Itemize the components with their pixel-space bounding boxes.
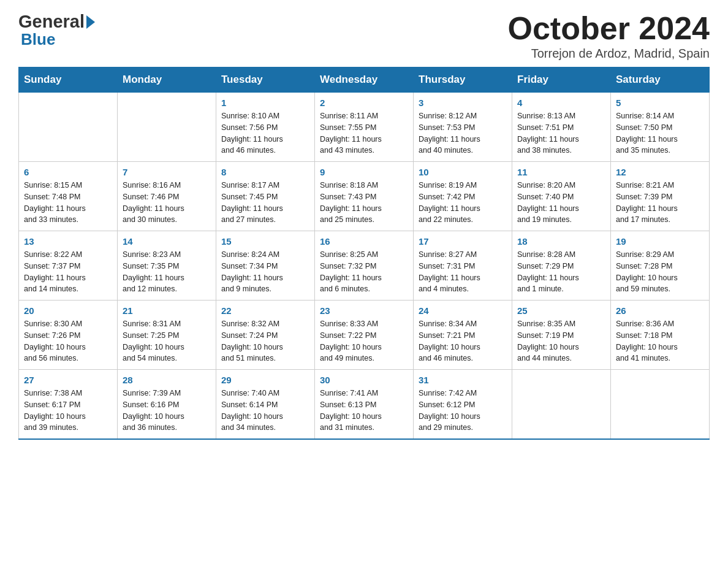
day-number: 14 <box>123 236 211 247</box>
day-number: 11 <box>517 167 605 177</box>
calendar-cell: 13Sunrise: 8:22 AMSunset: 7:37 PMDayligh… <box>19 231 118 301</box>
calendar-cell: 20Sunrise: 8:30 AMSunset: 7:26 PMDayligh… <box>19 301 118 370</box>
day-number: 20 <box>24 305 112 316</box>
day-info: Sunrise: 8:33 AMSunset: 7:22 PMDaylight:… <box>320 318 408 364</box>
day-info: Sunrise: 8:18 AMSunset: 7:43 PMDaylight:… <box>320 180 408 226</box>
calendar-cell: 3Sunrise: 8:12 AMSunset: 7:53 PMDaylight… <box>414 93 512 162</box>
day-info: Sunrise: 8:30 AMSunset: 7:26 PMDaylight:… <box>24 318 112 364</box>
day-number: 29 <box>221 375 309 385</box>
day-info: Sunrise: 8:14 AMSunset: 7:50 PMDaylight:… <box>616 110 704 156</box>
day-number: 16 <box>320 236 408 247</box>
calendar-week-2: 6Sunrise: 8:15 AMSunset: 7:48 PMDaylight… <box>19 162 710 231</box>
calendar-cell: 2Sunrise: 8:11 AMSunset: 7:55 PMDaylight… <box>315 93 414 162</box>
calendar-cell: 4Sunrise: 8:13 AMSunset: 7:51 PMDaylight… <box>512 93 611 162</box>
day-header-monday: Monday <box>118 67 216 93</box>
day-number: 30 <box>320 375 408 385</box>
calendar-cell: 29Sunrise: 7:40 AMSunset: 6:14 PMDayligh… <box>216 370 315 440</box>
day-number: 15 <box>221 236 309 247</box>
calendar-cell: 22Sunrise: 8:32 AMSunset: 7:24 PMDayligh… <box>216 301 315 370</box>
day-info: Sunrise: 8:21 AMSunset: 7:39 PMDaylight:… <box>616 180 704 226</box>
calendar-cell: 28Sunrise: 7:39 AMSunset: 6:16 PMDayligh… <box>118 370 216 440</box>
calendar-cell: 12Sunrise: 8:21 AMSunset: 7:39 PMDayligh… <box>611 162 710 231</box>
day-info: Sunrise: 8:11 AMSunset: 7:55 PMDaylight:… <box>320 110 408 156</box>
calendar-cell: 1Sunrise: 8:10 AMSunset: 7:56 PMDaylight… <box>216 93 315 162</box>
day-info: Sunrise: 8:28 AMSunset: 7:29 PMDaylight:… <box>517 249 605 295</box>
calendar-cell: 8Sunrise: 8:17 AMSunset: 7:45 PMDaylight… <box>216 162 315 231</box>
calendar-cell: 7Sunrise: 8:16 AMSunset: 7:46 PMDaylight… <box>118 162 216 231</box>
day-info: Sunrise: 7:38 AMSunset: 6:17 PMDaylight:… <box>24 388 112 434</box>
day-info: Sunrise: 8:10 AMSunset: 7:56 PMDaylight:… <box>221 110 309 156</box>
calendar-body: 1Sunrise: 8:10 AMSunset: 7:56 PMDaylight… <box>19 93 710 440</box>
page-header: General Blue October 2024 Torrejon de Ar… <box>18 12 710 61</box>
day-number: 21 <box>123 305 211 316</box>
calendar-cell: 26Sunrise: 8:36 AMSunset: 7:18 PMDayligh… <box>611 301 710 370</box>
day-header-friday: Friday <box>512 67 611 93</box>
day-number: 18 <box>517 236 605 247</box>
day-number: 5 <box>616 98 704 108</box>
day-header-row: SundayMondayTuesdayWednesdayThursdayFrid… <box>19 67 710 93</box>
day-info: Sunrise: 8:24 AMSunset: 7:34 PMDaylight:… <box>221 249 309 295</box>
day-info: Sunrise: 8:27 AMSunset: 7:31 PMDaylight:… <box>419 249 507 295</box>
calendar-cell: 21Sunrise: 8:31 AMSunset: 7:25 PMDayligh… <box>118 301 216 370</box>
title-area: October 2024 Torrejon de Ardoz, Madrid, … <box>508 12 710 61</box>
day-number: 22 <box>221 305 309 316</box>
calendar-cell: 11Sunrise: 8:20 AMSunset: 7:40 PMDayligh… <box>512 162 611 231</box>
day-number: 3 <box>419 98 507 108</box>
day-header-tuesday: Tuesday <box>216 67 315 93</box>
calendar-week-4: 20Sunrise: 8:30 AMSunset: 7:26 PMDayligh… <box>19 301 710 370</box>
day-info: Sunrise: 7:41 AMSunset: 6:13 PMDaylight:… <box>320 388 408 434</box>
day-number: 4 <box>517 98 605 108</box>
day-info: Sunrise: 8:34 AMSunset: 7:21 PMDaylight:… <box>419 318 507 364</box>
day-info: Sunrise: 8:22 AMSunset: 7:37 PMDaylight:… <box>24 249 112 295</box>
day-info: Sunrise: 8:15 AMSunset: 7:48 PMDaylight:… <box>24 180 112 226</box>
day-info: Sunrise: 8:23 AMSunset: 7:35 PMDaylight:… <box>123 249 211 295</box>
day-number: 17 <box>419 236 507 247</box>
day-number: 19 <box>616 236 704 247</box>
day-info: Sunrise: 8:12 AMSunset: 7:53 PMDaylight:… <box>419 110 507 156</box>
day-header-saturday: Saturday <box>611 67 710 93</box>
logo-arrow-icon <box>86 15 95 29</box>
day-number: 13 <box>24 236 112 247</box>
calendar-week-3: 13Sunrise: 8:22 AMSunset: 7:37 PMDayligh… <box>19 231 710 301</box>
day-number: 9 <box>320 167 408 177</box>
calendar-cell <box>611 370 710 440</box>
day-info: Sunrise: 8:17 AMSunset: 7:45 PMDaylight:… <box>221 180 309 226</box>
day-info: Sunrise: 8:16 AMSunset: 7:46 PMDaylight:… <box>123 180 211 226</box>
calendar-table: SundayMondayTuesdayWednesdayThursdayFrid… <box>18 67 710 440</box>
day-number: 27 <box>24 375 112 385</box>
calendar-cell <box>19 93 118 162</box>
calendar-header: SundayMondayTuesdayWednesdayThursdayFrid… <box>19 67 710 93</box>
calendar-week-1: 1Sunrise: 8:10 AMSunset: 7:56 PMDaylight… <box>19 93 710 162</box>
calendar-cell: 10Sunrise: 8:19 AMSunset: 7:42 PMDayligh… <box>414 162 512 231</box>
calendar-cell: 5Sunrise: 8:14 AMSunset: 7:50 PMDaylight… <box>611 93 710 162</box>
calendar-cell: 31Sunrise: 7:42 AMSunset: 6:12 PMDayligh… <box>414 370 512 440</box>
day-info: Sunrise: 8:19 AMSunset: 7:42 PMDaylight:… <box>419 180 507 226</box>
calendar-cell: 30Sunrise: 7:41 AMSunset: 6:13 PMDayligh… <box>315 370 414 440</box>
calendar-cell: 24Sunrise: 8:34 AMSunset: 7:21 PMDayligh… <box>414 301 512 370</box>
day-number: 28 <box>123 375 211 385</box>
calendar-cell: 23Sunrise: 8:33 AMSunset: 7:22 PMDayligh… <box>315 301 414 370</box>
calendar-cell: 14Sunrise: 8:23 AMSunset: 7:35 PMDayligh… <box>118 231 216 301</box>
calendar-cell: 16Sunrise: 8:25 AMSunset: 7:32 PMDayligh… <box>315 231 414 301</box>
day-number: 26 <box>616 305 704 316</box>
day-number: 1 <box>221 98 309 108</box>
day-number: 8 <box>221 167 309 177</box>
day-number: 7 <box>123 167 211 177</box>
day-info: Sunrise: 7:42 AMSunset: 6:12 PMDaylight:… <box>419 388 507 434</box>
calendar-cell <box>118 93 216 162</box>
calendar-cell: 17Sunrise: 8:27 AMSunset: 7:31 PMDayligh… <box>414 231 512 301</box>
day-header-wednesday: Wednesday <box>315 67 414 93</box>
day-info: Sunrise: 8:32 AMSunset: 7:24 PMDaylight:… <box>221 318 309 364</box>
day-info: Sunrise: 8:25 AMSunset: 7:32 PMDaylight:… <box>320 249 408 295</box>
calendar-cell <box>512 370 611 440</box>
day-header-thursday: Thursday <box>414 67 512 93</box>
day-number: 10 <box>419 167 507 177</box>
calendar-cell: 6Sunrise: 8:15 AMSunset: 7:48 PMDaylight… <box>19 162 118 231</box>
logo: General Blue <box>18 12 95 48</box>
calendar-cell: 9Sunrise: 8:18 AMSunset: 7:43 PMDaylight… <box>315 162 414 231</box>
day-header-sunday: Sunday <box>19 67 118 93</box>
calendar-cell: 25Sunrise: 8:35 AMSunset: 7:19 PMDayligh… <box>512 301 611 370</box>
day-number: 31 <box>419 375 507 385</box>
day-info: Sunrise: 8:29 AMSunset: 7:28 PMDaylight:… <box>616 249 704 295</box>
day-number: 2 <box>320 98 408 108</box>
